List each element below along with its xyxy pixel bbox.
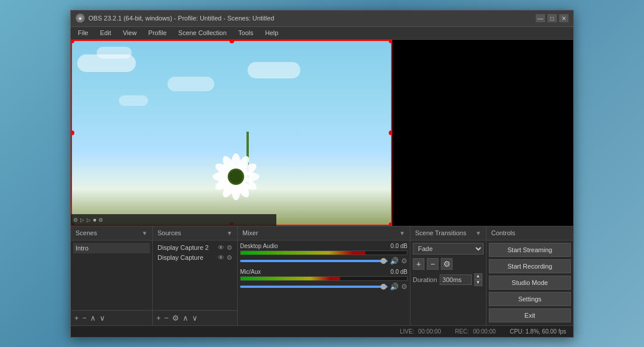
- channel-db-0: 0.0 dB: [390, 243, 407, 249]
- duration-spin: ▲ ▼: [474, 273, 482, 286]
- volume-slider-handle-0: [381, 258, 386, 264]
- handle-mr[interactable]: [389, 130, 392, 135]
- menu-profile[interactable]: Profile: [146, 28, 169, 37]
- rec-status: REC: 00:00:00: [455, 328, 498, 335]
- bottom-panels: Scenes ▼ Intro + − ∧ ∨ Sources ▼ Display…: [71, 226, 573, 325]
- controls-header: Controls: [487, 226, 573, 241]
- maximize-button[interactable]: □: [547, 14, 557, 22]
- menu-edit[interactable]: Edit: [98, 28, 114, 37]
- preview-icon-play[interactable]: ▷: [87, 217, 91, 223]
- preview-icon-stop[interactable]: ■: [93, 217, 96, 223]
- source-icons-1: 👁 ⚙: [218, 254, 232, 262]
- preview-icon-filter[interactable]: ▷: [80, 217, 84, 223]
- preview-left: ⚙ ▷ ▷ ■ ⚙: [71, 40, 392, 226]
- studio-mode-button[interactable]: Studio Mode: [489, 276, 571, 290]
- duration-up-button[interactable]: ▲: [474, 273, 482, 280]
- mixer-title: Mixer: [242, 229, 258, 236]
- settings-button[interactable]: Settings: [489, 292, 571, 306]
- mixer-arrow-icon: ▼: [399, 230, 405, 236]
- source-cog-icon-0[interactable]: ⚙: [227, 244, 232, 252]
- exit-button[interactable]: Exit: [489, 308, 571, 322]
- scenes-content: Intro: [71, 241, 152, 310]
- mute-button-1[interactable]: 🔊: [390, 283, 399, 291]
- controls-content: Start Streaming Start Recording Studio M…: [487, 241, 573, 325]
- sources-add-button[interactable]: +: [156, 314, 161, 322]
- scene-item-intro[interactable]: Intro: [73, 243, 150, 253]
- obs-window: ● OBS 23.2.1 (64-bit, windows) - Profile…: [70, 10, 574, 338]
- sources-footer: + − ⚙ ∧ ∨: [153, 310, 237, 325]
- scenes-up-button[interactable]: ∧: [90, 314, 96, 322]
- handle-br[interactable]: [389, 222, 392, 226]
- handle-tl[interactable]: [71, 40, 74, 43]
- source-icons-0: 👁 ⚙: [218, 244, 232, 252]
- duration-input[interactable]: [440, 274, 472, 285]
- title-bar-controls: — □ ✕: [536, 14, 568, 22]
- volume-slider-0[interactable]: [240, 260, 388, 262]
- handle-tm[interactable]: [229, 40, 234, 43]
- channel-settings-button-0[interactable]: ⚙: [401, 257, 407, 265]
- preview-image: [71, 40, 392, 226]
- meter-bar-0: [240, 250, 407, 255]
- cpu-status: CPU: 1.8%, 60.00 fps: [510, 328, 566, 335]
- source-item-0: Display Capture 2 👁 ⚙: [155, 243, 235, 253]
- preview-toolbar: ⚙ ▷ ▷ ■ ⚙: [71, 214, 276, 226]
- channel-settings-button-1[interactable]: ⚙: [401, 283, 407, 291]
- preview-icon-settings[interactable]: ⚙: [98, 217, 103, 223]
- handle-ml[interactable]: [71, 130, 74, 135]
- mixer-channel-header-1: Mic/Aux 0.0 dB: [240, 269, 407, 275]
- obs-logo-icon: ●: [76, 13, 85, 23]
- menu-bar: File Edit View Profile Scene Collection …: [71, 27, 573, 40]
- sources-settings-button[interactable]: ⚙: [172, 314, 179, 322]
- transition-controls: + − ⚙: [413, 258, 484, 270]
- duration-down-button[interactable]: ▼: [474, 280, 482, 286]
- mixer-panel: Mixer ▼ Desktop Audio 0.0 dB: [238, 226, 410, 325]
- sources-down-button[interactable]: ∨: [192, 314, 198, 322]
- scenes-arrow-icon: ▼: [142, 230, 148, 236]
- source-eye-icon-0[interactable]: 👁: [218, 244, 224, 252]
- menu-file[interactable]: File: [76, 28, 91, 37]
- source-eye-icon-1[interactable]: 👁: [218, 254, 224, 262]
- transitions-panel: Scene Transitions ▼ Fade Cut + − ⚙ Durat…: [410, 226, 487, 325]
- menu-scene-collection[interactable]: Scene Collection: [176, 28, 229, 37]
- rec-label: REC:: [455, 328, 469, 335]
- live-status: LIVE: 00:00:00: [400, 328, 443, 335]
- scenes-add-button[interactable]: +: [74, 314, 79, 322]
- volume-slider-1[interactable]: [240, 286, 388, 288]
- transition-add-button[interactable]: +: [413, 258, 424, 270]
- scenes-footer: + − ∧ ∨: [71, 310, 152, 325]
- handle-tr[interactable]: [389, 40, 392, 43]
- transition-remove-button[interactable]: −: [427, 258, 439, 270]
- duration-label: Duration: [413, 276, 437, 283]
- preview-canvas: ⚙ ▷ ▷ ■ ⚙: [71, 40, 573, 226]
- flower-svg: [211, 152, 261, 201]
- svg-point-13: [229, 170, 242, 183]
- start-streaming-button[interactable]: Start Streaming: [489, 243, 571, 257]
- minimize-button[interactable]: —: [536, 14, 545, 22]
- sources-header: Sources ▼: [153, 226, 237, 241]
- close-button[interactable]: ✕: [559, 14, 568, 22]
- mixer-channel-0: Desktop Audio 0.0 dB 🔊 ⚙: [240, 243, 407, 265]
- sources-up-button[interactable]: ∧: [183, 314, 189, 322]
- duration-row: Duration ▲ ▼: [413, 273, 484, 286]
- transition-settings-button[interactable]: ⚙: [441, 258, 453, 270]
- scenes-remove-button[interactable]: −: [83, 314, 87, 322]
- meter-fill-1: [241, 277, 340, 280]
- sources-remove-button[interactable]: −: [165, 314, 169, 322]
- source-name-0: Display Capture 2: [157, 244, 208, 251]
- start-recording-button[interactable]: Start Recording: [489, 259, 571, 273]
- menu-tools[interactable]: Tools: [236, 28, 256, 37]
- scenes-down-button[interactable]: ∨: [100, 314, 105, 322]
- cloud-5: [119, 95, 148, 106]
- menu-help[interactable]: Help: [263, 28, 281, 37]
- title-bar: ● OBS 23.2.1 (64-bit, windows) - Profile…: [71, 11, 573, 27]
- channel-name-1: Mic/Aux: [240, 269, 261, 275]
- flower-head: [211, 152, 261, 203]
- controls-title: Controls: [491, 229, 515, 236]
- mute-button-0[interactable]: 🔊: [390, 257, 399, 265]
- transition-select[interactable]: Fade Cut: [413, 243, 484, 255]
- source-cog-icon-1[interactable]: ⚙: [227, 254, 232, 262]
- menu-view[interactable]: View: [121, 28, 139, 37]
- scenes-panel: Scenes ▼ Intro + − ∧ ∨: [71, 226, 153, 325]
- preview-icon-lock[interactable]: ⚙: [73, 217, 78, 223]
- source-name-1: Display Capture: [157, 254, 203, 261]
